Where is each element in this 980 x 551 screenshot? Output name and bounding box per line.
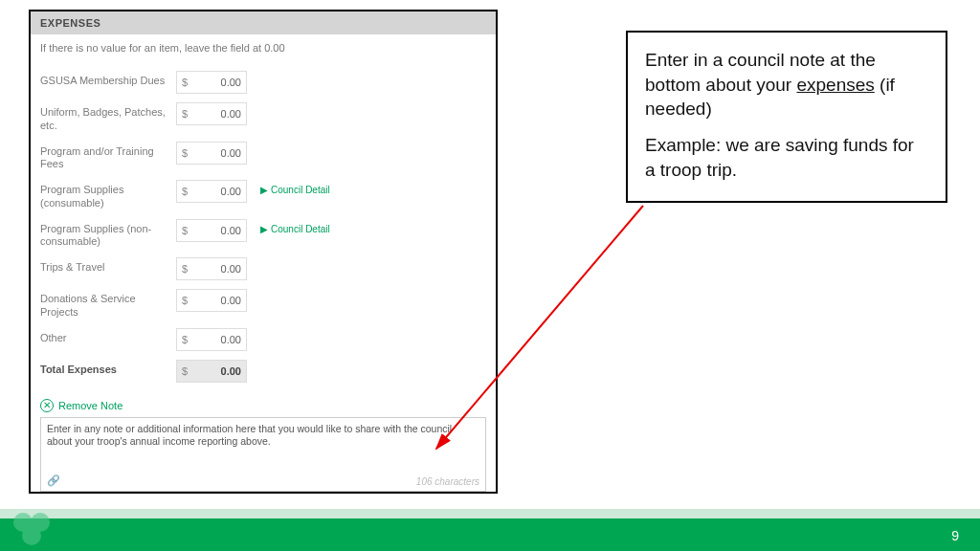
currency-symbol: $ [177,108,192,120]
currency-symbol: $ [177,77,192,88]
amount-input[interactable]: $ [176,180,247,203]
svg-point-3 [22,526,41,545]
expense-label: Program Supplies (consumable) [40,180,176,210]
currency-symbol: $ [177,365,192,377]
amount-field[interactable] [192,147,246,159]
expense-label: Donations & Service Projects [40,289,176,320]
expense-row: Trips & Travel$ [40,257,486,280]
expense-label: Other [40,328,176,345]
council-note-textarea[interactable]: Enter in any note or additional informat… [40,417,486,492]
expense-row: Program Supplies (non-consumable)$▶Counc… [40,219,486,250]
link-icon[interactable]: 🔗 [47,474,60,487]
callout-line1: Enter in a council note at the bottom ab… [645,48,928,121]
chevron-right-icon: ▶ [260,224,268,234]
expense-row: GSUSA Membership Dues$ [40,71,486,94]
form-header: EXPENSES [31,11,496,34]
amount-input[interactable]: $ [176,102,247,125]
amount-input[interactable]: $ [176,289,247,312]
amount-field[interactable] [192,186,246,197]
amount-field[interactable] [192,108,246,120]
amount-field[interactable] [192,225,246,236]
close-icon: ✕ [40,399,54,412]
remove-note-button[interactable]: ✕ Remove Note [31,391,132,417]
slide-footer: 9 [0,509,980,551]
chevron-right-icon: ▶ [260,185,268,195]
callout-line2: Example: we are saving funds for a troop… [645,133,928,182]
amount-field[interactable] [192,263,246,275]
note-content: Enter in any note or additional informat… [41,418,485,453]
currency-symbol: $ [177,295,192,306]
currency-symbol: $ [177,263,192,275]
expense-label: Trips & Travel [40,257,176,275]
currency-symbol: $ [177,186,192,197]
expense-row: Other$ [40,328,486,351]
expense-row: Program and/or Training Fees$ [40,142,486,172]
total-amount: $0.00 [176,360,247,383]
expense-label: Program and/or Training Fees [40,142,176,172]
amount-input[interactable]: $ [176,328,247,351]
expense-row: Donations & Service Projects$ [40,289,486,320]
amount-field[interactable] [192,77,246,88]
form-instruction: If there is no value for an item, leave … [31,34,496,71]
expense-row: Program Supplies (consumable)$▶Council D… [40,180,486,210]
amount-input[interactable]: $ [176,219,247,242]
currency-symbol: $ [177,225,192,236]
remove-note-label: Remove Note [58,400,122,411]
total-value: 0.00 [192,365,246,377]
expense-rows: GSUSA Membership Dues$Uniform, Badges, P… [31,71,496,383]
council-detail-link[interactable]: ▶Council Detail [260,224,330,234]
amount-field[interactable] [192,334,246,345]
expense-label: GSUSA Membership Dues [40,71,176,88]
char-counter: 106 characters [416,476,479,487]
council-detail-label: Council Detail [271,224,330,234]
instruction-callout: Enter in a council note at the bottom ab… [626,31,947,203]
total-label: Total Expenses [40,360,176,377]
total-row: Total Expenses$0.00 [40,360,486,383]
council-detail-label: Council Detail [271,185,330,195]
amount-input[interactable]: $ [176,257,247,280]
expense-label: Program Supplies (non-consumable) [40,219,176,250]
expense-label: Uniform, Badges, Patches, etc. [40,102,176,133]
page-number: 9 [951,528,959,543]
currency-symbol: $ [177,334,192,345]
currency-symbol: $ [177,147,192,159]
amount-input[interactable]: $ [176,71,247,94]
expense-row: Uniform, Badges, Patches, etc.$ [40,102,486,133]
expenses-form-panel: EXPENSES If there is no value for an ite… [29,10,498,494]
amount-field[interactable] [192,295,246,306]
amount-input[interactable]: $ [176,142,247,165]
council-detail-link[interactable]: ▶Council Detail [260,185,330,195]
trefoil-icon [10,509,54,547]
